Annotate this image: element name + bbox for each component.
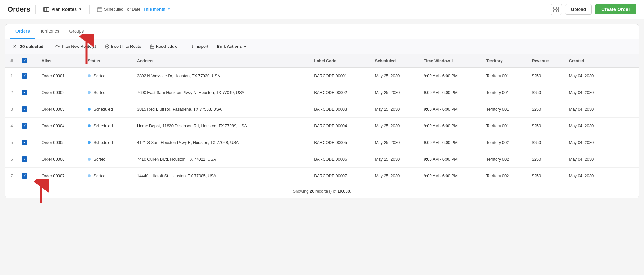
row-territory: Territory 001 (482, 84, 528, 101)
row-created: May 04, 2030 (565, 84, 614, 101)
row-checkbox-cell[interactable] (18, 168, 38, 184)
tab-groups[interactable]: Groups (64, 24, 89, 39)
status-label: Scheduled (93, 107, 113, 112)
row-more-button[interactable]: ⋮ (618, 171, 626, 180)
col-created: Created (565, 54, 614, 68)
deselect-all-button[interactable]: ✕ (10, 42, 19, 51)
row-checkbox[interactable] (22, 106, 27, 112)
row-checkbox-cell[interactable] (18, 151, 38, 168)
row-status: Sorted (84, 168, 133, 184)
row-checkbox[interactable] (22, 173, 27, 179)
row-revenue: $250 (528, 84, 565, 101)
row-more-button[interactable]: ⋮ (618, 121, 626, 130)
row-scheduled: May 25, 2030 (371, 68, 420, 84)
col-num: # (5, 54, 18, 68)
col-address: Address (133, 54, 311, 68)
row-checkbox[interactable] (22, 123, 27, 129)
row-alias: Order 00007 (38, 168, 84, 184)
row-checkbox-cell[interactable] (18, 101, 38, 118)
plan-new-routes-button[interactable]: Plan New Route(s) (52, 42, 100, 51)
page-title: Orders (8, 5, 30, 14)
row-address: 2802 N Wayside Dr, Houston, TX 77020, US… (133, 68, 311, 84)
create-order-button[interactable]: Create Order (595, 4, 636, 14)
col-revenue: Revenue (528, 54, 565, 68)
table-row: 6 Order 00006 Sorted 7410 Cullen Blvd, H… (5, 151, 639, 168)
col-label-code: Label Code (310, 54, 371, 68)
row-more-button[interactable]: ⋮ (618, 138, 626, 147)
action-bar: ✕ 20 selected Plan New Route(s) Insert I… (5, 39, 639, 54)
row-address: 14440 Hillcroft St, Houston, TX 77085, U… (133, 168, 311, 184)
row-scheduled: May 25, 2030 (371, 118, 420, 134)
row-checkbox[interactable] (22, 140, 27, 145)
row-checkbox[interactable] (22, 90, 27, 95)
reschedule-icon (150, 44, 154, 49)
tab-orders[interactable]: Orders (10, 24, 35, 39)
upload-button[interactable]: Upload (565, 4, 592, 15)
row-more-button[interactable]: ⋮ (618, 105, 626, 113)
row-more-actions[interactable]: ⋮ (614, 118, 639, 134)
row-more-actions[interactable]: ⋮ (614, 134, 639, 151)
table-header-row: # Alias Status Address (5, 54, 639, 68)
status-dot (88, 91, 91, 94)
row-address: 4121 S Sam Houston Pkwy E, Houston, TX 7… (133, 134, 311, 151)
row-territory: Territory 001 (482, 68, 528, 84)
schedule-filter-button[interactable]: Scheduled For Date: This month ▼ (95, 6, 173, 13)
row-checkbox[interactable] (22, 73, 27, 79)
status-label: Sorted (93, 74, 105, 78)
col-time-window: Time Window 1 (420, 54, 483, 68)
export-button[interactable]: Export (186, 42, 212, 51)
row-label-code: BARCODE 00007 (310, 168, 371, 184)
row-territory: Territory 001 (482, 101, 528, 118)
divider2 (89, 5, 90, 14)
row-address: 7600 East Sam Houston Pkwy N, Houston, T… (133, 84, 311, 101)
row-label-code: BARCODE 00001 (310, 68, 371, 84)
svg-rect-9 (554, 10, 556, 12)
row-checkbox-cell[interactable] (18, 118, 38, 134)
status-label: Scheduled (93, 124, 113, 128)
row-created: May 04, 2030 (565, 101, 614, 118)
row-more-actions[interactable]: ⋮ (614, 84, 639, 101)
scheduled-value: This month (143, 7, 165, 12)
export-icon (190, 44, 195, 49)
insert-into-route-button[interactable]: Insert Into Route (101, 42, 145, 51)
tab-territories[interactable]: Territories (35, 24, 64, 39)
status-label: Sorted (93, 157, 105, 162)
table-row: 7 Order 00007 Sorted 14440 Hillcroft St,… (5, 168, 639, 184)
row-territory: Territory 001 (482, 118, 528, 134)
row-label-code: BARCODE 00004 (310, 118, 371, 134)
row-revenue: $250 (528, 101, 565, 118)
row-territory: Territory 002 (482, 168, 528, 184)
plan-routes-button[interactable]: Plan Routes ▼ (41, 6, 84, 13)
row-more-button[interactable]: ⋮ (618, 88, 626, 97)
divider (35, 5, 36, 14)
status-label: Sorted (93, 90, 105, 95)
row-scheduled: May 25, 2030 (371, 101, 420, 118)
row-time-window: 9:00 AM - 6:00 PM (420, 84, 483, 101)
row-status: Scheduled (84, 118, 133, 134)
row-revenue: $250 (528, 168, 565, 184)
row-time-window: 9:00 AM - 6:00 PM (420, 168, 483, 184)
row-more-button[interactable]: ⋮ (618, 155, 626, 163)
row-time-window: 9:00 AM - 6:00 PM (420, 151, 483, 168)
row-checkbox-cell[interactable] (18, 68, 38, 84)
footer-showing: Showing 20 record(s) of 10,000. (293, 189, 351, 194)
bulk-actions-button[interactable]: Bulk Actions ▼ (213, 42, 251, 51)
plan-new-routes-icon (55, 44, 60, 49)
row-label-code: BARCODE 00005 (310, 134, 371, 151)
table-row: 4 Order 00004 Scheduled Home Depot, 1182… (5, 118, 639, 134)
row-time-window: 9:00 AM - 6:00 PM (420, 68, 483, 84)
select-all-checkbox[interactable] (22, 58, 27, 63)
top-bar-right: Upload Create Order (551, 4, 636, 15)
row-more-actions[interactable]: ⋮ (614, 101, 639, 118)
row-checkbox-cell[interactable] (18, 84, 38, 101)
layout-toggle-button[interactable] (551, 4, 562, 15)
row-checkbox[interactable] (22, 156, 27, 162)
row-more-actions[interactable]: ⋮ (614, 68, 639, 84)
row-more-actions[interactable]: ⋮ (614, 151, 639, 168)
status-dot (88, 124, 91, 127)
row-created: May 04, 2030 (565, 168, 614, 184)
row-checkbox-cell[interactable] (18, 134, 38, 151)
reschedule-button[interactable]: Reschedule (146, 42, 181, 51)
row-more-button[interactable]: ⋮ (618, 71, 626, 80)
row-more-actions[interactable]: ⋮ (614, 168, 639, 184)
